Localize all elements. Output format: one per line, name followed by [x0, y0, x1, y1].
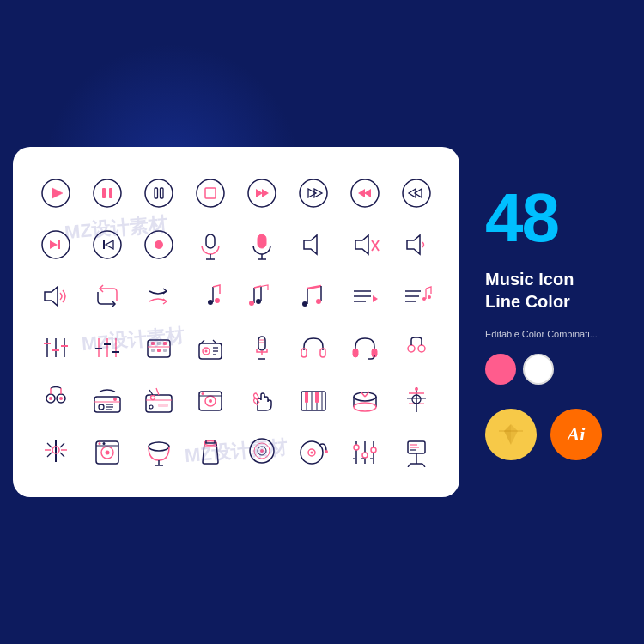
radio-box-icon[interactable]: [188, 325, 233, 370]
svg-marker-11: [256, 189, 263, 197]
svg-point-116: [149, 405, 153, 409]
earbuds-icon[interactable]: [33, 377, 78, 422]
svg-rect-127: [305, 392, 308, 403]
svg-point-174: [362, 453, 368, 458]
svg-point-119: [209, 399, 212, 403]
jar-icon[interactable]: [188, 428, 233, 473]
playlist-note-icon[interactable]: [394, 274, 439, 319]
stop-icon[interactable]: [188, 171, 233, 216]
svg-point-132: [354, 403, 376, 411]
main-container: MZ设计素材 MZ设计素材 MZ设计素材: [0, 121, 644, 523]
svg-rect-6: [155, 188, 158, 198]
volume-off-icon[interactable]: [343, 222, 387, 267]
svg-marker-12: [262, 189, 269, 197]
svg-rect-77: [151, 349, 155, 352]
svg-point-121: [202, 392, 204, 395]
mixer-icon[interactable]: [343, 428, 387, 473]
svg-point-5: [145, 179, 173, 207]
svg-rect-79: [163, 349, 167, 352]
info-panel: 48 Music Icon Line Color Editable Color …: [485, 184, 631, 459]
svg-marker-37: [355, 235, 368, 254]
svg-point-97: [408, 345, 415, 352]
tuner-icon[interactable]: [33, 428, 78, 473]
svg-point-42: [208, 300, 213, 305]
icon-grid: [33, 171, 439, 473]
svg-rect-33: [258, 234, 266, 248]
forward-icon[interactable]: [291, 171, 336, 216]
record-icon[interactable]: [137, 222, 181, 267]
svg-line-145: [60, 443, 64, 447]
kettle-drum-icon[interactable]: [137, 428, 181, 473]
svg-point-58: [422, 297, 426, 301]
drum-icon[interactable]: [343, 377, 387, 422]
sketch-app-icon[interactable]: [485, 409, 537, 460]
svg-point-101: [49, 397, 52, 400]
svg-point-49: [302, 301, 307, 307]
shuffle-icon[interactable]: [137, 274, 181, 319]
rock-hand-icon[interactable]: [240, 377, 284, 422]
svg-rect-9: [205, 188, 216, 198]
svg-line-144: [47, 443, 52, 447]
skip-next-icon[interactable]: [33, 222, 78, 267]
svg-marker-40: [407, 235, 420, 254]
svg-point-140: [415, 387, 418, 391]
pause-icon[interactable]: [137, 171, 181, 216]
pink-color-dot[interactable]: [485, 354, 516, 385]
fast-forward-icon[interactable]: [240, 171, 284, 216]
svg-point-44: [249, 301, 254, 306]
icon-panel: MZ设计素材 MZ设计素材 MZ设计素材: [13, 147, 459, 497]
guitar-icon[interactable]: [394, 377, 439, 422]
svg-rect-78: [157, 349, 161, 352]
music-player2-icon[interactable]: [85, 428, 130, 473]
svg-point-43: [215, 298, 220, 303]
svg-line-147: [60, 453, 64, 457]
svg-marker-41: [45, 287, 58, 306]
earphone-icon[interactable]: [394, 325, 439, 370]
headphone-icon[interactable]: [291, 325, 336, 370]
repeat-icon[interactable]: [85, 274, 130, 319]
svg-rect-74: [151, 342, 155, 345]
music-box-icon[interactable]: [188, 377, 233, 422]
svg-marker-1: [52, 188, 63, 198]
svg-point-2: [94, 179, 121, 207]
svg-point-108: [99, 404, 104, 410]
radio2-icon[interactable]: [137, 377, 181, 422]
svg-marker-36: [304, 235, 317, 254]
skip-prev-icon[interactable]: [85, 222, 130, 267]
ai-app-icon[interactable]: Ai: [550, 409, 602, 460]
equalizer-icon[interactable]: [33, 325, 78, 370]
svg-rect-75: [157, 342, 161, 345]
headphone2-icon[interactable]: [343, 325, 387, 370]
svg-marker-26: [106, 240, 113, 249]
note-beam-icon[interactable]: [291, 274, 336, 319]
piano-keys-icon[interactable]: [291, 377, 336, 422]
note-icon[interactable]: [188, 274, 233, 319]
playlist-icon[interactable]: [343, 274, 387, 319]
svg-rect-30: [206, 234, 215, 248]
music-stand-icon[interactable]: [394, 428, 439, 473]
svg-line-146: [47, 453, 52, 457]
volume-high-icon[interactable]: [33, 274, 78, 319]
white-color-dot[interactable]: [523, 354, 554, 385]
equalizer2-icon[interactable]: [85, 325, 130, 370]
mic-filled-icon[interactable]: [240, 222, 284, 267]
vinyl-icon[interactable]: [240, 428, 284, 473]
microphone2-icon[interactable]: [240, 325, 284, 370]
svg-point-98: [418, 345, 425, 352]
pause-bars-icon[interactable]: [85, 171, 130, 216]
notes-icon[interactable]: [240, 274, 284, 319]
svg-point-107: [113, 398, 117, 401]
play-icon[interactable]: [33, 171, 78, 216]
svg-point-173: [354, 445, 359, 450]
svg-line-186: [422, 464, 425, 467]
radio-icon[interactable]: [85, 377, 130, 422]
svg-point-59: [428, 295, 431, 299]
rewind-icon[interactable]: [343, 171, 387, 216]
volume-mute-icon[interactable]: [291, 222, 336, 267]
drum-machine-icon[interactable]: [137, 325, 181, 370]
vinyl2-icon[interactable]: [291, 428, 336, 473]
fast-backward-icon[interactable]: [394, 171, 439, 216]
mic-icon[interactable]: [188, 222, 233, 267]
app-icons: Ai: [485, 409, 631, 460]
volume-low-icon[interactable]: [394, 222, 439, 267]
